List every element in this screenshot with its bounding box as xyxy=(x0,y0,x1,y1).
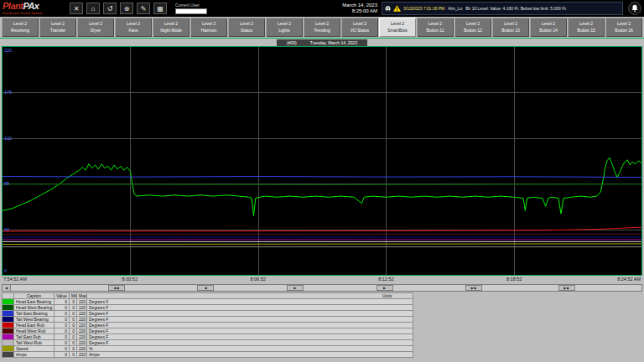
pen-color-swatch xyxy=(3,346,14,352)
tab-label-line2: Button 14 xyxy=(530,27,567,34)
pen-value: 0 xyxy=(55,305,70,311)
tab-label-line2: Button 16 xyxy=(605,27,642,34)
tab-level2-button-11[interactable]: Level 2Button 11 xyxy=(417,18,454,37)
pen-units: Degrees F xyxy=(87,334,413,340)
page-right-button[interactable]: ▶▶ xyxy=(465,285,482,291)
alarm-severity-icon xyxy=(385,6,391,12)
pen-table: Caption Value Min Max Units Head East Be… xyxy=(2,292,413,358)
tab-label-line2: Trending xyxy=(304,27,340,34)
scroll-left-arrow-button[interactable]: ◀ xyxy=(3,285,11,291)
tab-label-line1: Level 2 xyxy=(39,20,76,27)
page-far-left-button[interactable]: ◀◀ xyxy=(108,285,125,291)
pen-row-head-east-rub[interactable]: Head East Rub00220Degrees F xyxy=(3,323,413,328)
pen-units: Degrees F xyxy=(87,311,413,317)
tab-level2-button-14[interactable]: Level 2Button 14 xyxy=(530,18,567,37)
tab-level2-lights[interactable]: Level 2Lights xyxy=(266,18,303,37)
pen-min: 0 xyxy=(70,305,77,311)
tab-label-line1: Level 2 xyxy=(568,20,605,27)
alarm-banner[interactable]: 3/13/2023 7:01:18 PM Alm_Lo Blr 10 Level… xyxy=(382,2,623,15)
warning-triangle-icon xyxy=(393,5,401,12)
pen-row-tail-east-bearing[interactable]: Tail East Bearing00220Degrees F xyxy=(3,311,413,317)
tab-level2-button-13[interactable]: Level 2Button 13 xyxy=(492,18,529,37)
zoom-icon[interactable]: ⊕ xyxy=(120,3,133,14)
min-column-header: Min xyxy=(70,293,77,299)
tab-label-line1: Level 2 xyxy=(605,20,642,27)
pen-caption: Speed xyxy=(14,346,55,352)
tab-label-line1: Level 2 xyxy=(228,20,265,27)
tab-level2-dryer[interactable]: Level 2Dryer xyxy=(77,18,114,37)
tab-label-line1: Level 2 xyxy=(417,20,454,27)
trend-pen-speed xyxy=(3,244,641,245)
pen-max: 220 xyxy=(77,328,87,334)
tab-level2-i-o-status[interactable]: Level 2I/O Status xyxy=(341,18,378,37)
edit-icon[interactable]: ✎ xyxy=(137,3,150,14)
back-icon[interactable]: ↺ xyxy=(103,3,117,14)
pen-value: 0 xyxy=(55,323,70,328)
tab-level2-receiving[interactable]: Level 2Receiving xyxy=(2,18,39,37)
tab-level2-button-15[interactable]: Level 2Button 15 xyxy=(568,18,605,37)
swatch-column-header xyxy=(3,293,14,299)
display-number: (#20) xyxy=(287,40,297,45)
pen-color-swatch xyxy=(3,328,14,334)
tab-level2-hazmon[interactable]: Level 2Hazmon xyxy=(190,18,227,37)
tab-level2-fans[interactable]: Level 2Fans xyxy=(115,18,152,37)
top-bar: PlantPAx Distributed Control System ✕⌂↺⊕… xyxy=(0,0,644,17)
apps-icon[interactable]: ▦ xyxy=(153,3,167,14)
alarm-message: Blr 10 Level: Value: 4.160 Ft. Below low… xyxy=(465,6,567,11)
y-axis-label: 132 xyxy=(4,136,12,141)
toolbar-icons: ✕⌂↺⊕✎▦ xyxy=(70,3,167,14)
step-right-button[interactable]: ▶ xyxy=(377,285,393,291)
page-left-button[interactable]: ◀ xyxy=(197,285,214,291)
pen-row-tail-west-bearing[interactable]: Tail West Bearing00220Degrees F xyxy=(3,317,413,323)
trend-chart[interactable]: 04488132176220 xyxy=(2,46,642,276)
pen-caption: Tail West Rub xyxy=(14,340,55,346)
pen-max: 220 xyxy=(77,346,87,352)
home-icon[interactable]: ⌂ xyxy=(86,3,100,14)
tab-label-line2: Button 11 xyxy=(417,27,454,34)
pen-row-amps[interactable]: Amps00220Amps xyxy=(3,352,413,358)
pen-row-speed[interactable]: Speed00220% xyxy=(3,346,413,352)
pen-value: 0 xyxy=(55,317,70,323)
current-user-field[interactable] xyxy=(175,8,207,14)
close-icon[interactable]: ✕ xyxy=(70,3,83,14)
pen-min: 0 xyxy=(70,317,77,323)
alarm-bell-button[interactable] xyxy=(628,2,641,15)
x-axis-label: 8:12:52 xyxy=(378,277,393,282)
tab-level2-transfer[interactable]: Level 2Transfer xyxy=(39,18,76,37)
tab-label-line2: Button 12 xyxy=(454,27,491,34)
pen-color-swatch xyxy=(3,311,14,317)
pen-row-head-west-rub[interactable]: Head West Rub00220Degrees F xyxy=(3,328,413,334)
pen-caption: Tail East Bearing xyxy=(14,311,55,317)
tab-level2-status[interactable]: Level 2Status xyxy=(228,18,265,37)
pen-min: 0 xyxy=(70,346,77,352)
level2-nav-tabs: Level 2ReceivingLevel 2TransferLevel 2Dr… xyxy=(0,17,644,38)
tab-level2-button-16[interactable]: Level 2Button 16 xyxy=(605,18,642,37)
alarm-message-line: 3/13/2023 7:01:18 PM Alm_Lo Blr 10 Level… xyxy=(403,6,567,11)
page-far-right-button[interactable]: ▶▶ xyxy=(558,285,575,291)
logo-text: PlantPAx xyxy=(3,2,63,11)
trend-title-box: (#20) Tuesday, March 14, 2023 xyxy=(277,39,367,46)
pen-value: 0 xyxy=(55,352,70,358)
pen-units: Degrees F xyxy=(87,299,413,305)
tab-level2-smartbots[interactable]: Level 2SmartBots xyxy=(379,18,416,37)
tab-label-line1: Level 2 xyxy=(379,20,416,27)
alarm-tag: Alm_Lo xyxy=(448,6,462,11)
current-user-label: Current User: xyxy=(175,3,207,8)
tab-level2-button-12[interactable]: Level 2Button 12 xyxy=(454,18,491,37)
tab-label-line1: Level 2 xyxy=(341,20,378,27)
pen-row-head-east-bearing[interactable]: Head East Bearing00220Degrees F xyxy=(3,299,413,305)
step-left-button[interactable]: ▶ xyxy=(287,285,304,291)
tab-level2-trending[interactable]: Level 2Trending xyxy=(304,18,340,37)
current-time: 8:25:00 AM xyxy=(342,8,377,14)
x-axis-label: 8:06:52 xyxy=(250,277,265,282)
tab-label-line1: Level 2 xyxy=(77,20,114,27)
pen-row-tail-west-rub[interactable]: Tail West Rub00220Degrees F xyxy=(3,340,413,346)
tab-level2-night-mode[interactable]: Level 2Night Mode xyxy=(153,18,190,37)
pen-caption: Tail East Rub xyxy=(14,334,55,340)
pen-row-tail-east-rub[interactable]: Tail East Rub00220Degrees F xyxy=(3,334,413,340)
pen-units: Degrees F xyxy=(87,323,413,328)
trend-scrollbar[interactable]: ◀ ◀◀◀▶▶▶▶▶▶ xyxy=(2,284,642,292)
pen-row-head-west-bearing[interactable]: Head West Bearing00220Degrees F xyxy=(3,305,413,311)
pen-max: 220 xyxy=(77,334,87,340)
pen-caption: Head West Bearing xyxy=(14,305,55,311)
